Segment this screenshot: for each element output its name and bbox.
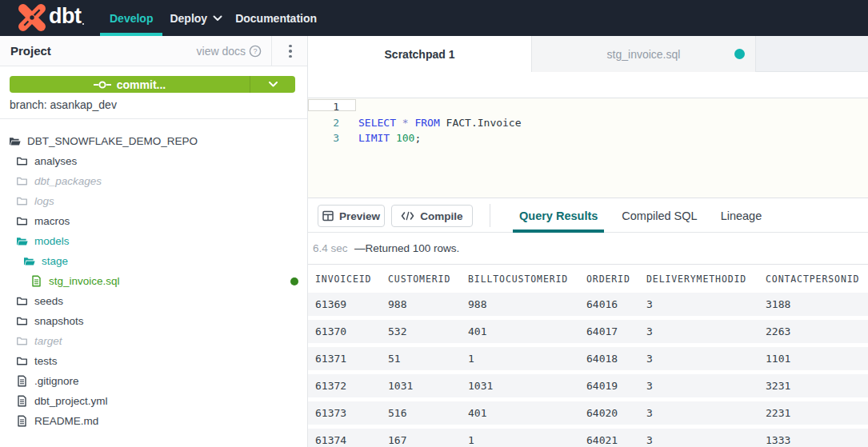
tree-item-tests[interactable]: tests [0, 351, 307, 371]
code-token-op: * [402, 117, 409, 129]
tree-item-target[interactable]: target [0, 331, 307, 351]
preview-button[interactable]: Preview [318, 205, 385, 227]
table-cell: 64019 [586, 380, 646, 392]
table-cell: 64020 [586, 407, 646, 419]
editor-top-strip [308, 72, 868, 98]
tree-item-label: stage [42, 255, 68, 267]
tree-item-dbt-packages[interactable]: dbt_packages [0, 171, 307, 191]
code-line-2[interactable]: 2SELECT * FROM FACT.Invoice [308, 115, 868, 131]
table-cell: 2231 [766, 407, 868, 419]
tree-item--gitignore[interactable]: .gitignore [0, 371, 307, 391]
code-line-1[interactable]: 1 [308, 99, 868, 115]
results-status-row: 6.4 sec —Returned 100 rows. [308, 233, 868, 265]
editor-tab-label: Scratchpad 1 [385, 48, 455, 61]
results-table: INVOICEIDCUSTOMERIDBILLTOCUSTOMERIDORDER… [308, 265, 868, 447]
table-cell: 3188 [766, 298, 868, 310]
nav-item-deploy[interactable]: Deploy [170, 0, 222, 36]
column-header-orderid[interactable]: ORDERID [586, 273, 646, 285]
sidebar-menu-button[interactable] [283, 42, 298, 61]
sidebar-header: Project view docs ? [0, 36, 307, 66]
table-cell: 1031 [388, 380, 468, 392]
folder-icon [15, 175, 28, 188]
folder-icon [15, 295, 28, 308]
branch-label: branch: asankap_dev [10, 98, 117, 111]
column-header-invoiceid[interactable]: INVOICEID [315, 273, 388, 285]
editor-tab-stg-invoice-sql[interactable]: stg_invoice.sql [532, 36, 756, 72]
line-number: 2 [308, 115, 339, 131]
results-table-header: INVOICEIDCUSTOMERIDBILLTOCUSTOMERIDORDER… [308, 265, 868, 293]
commit-dropdown-button[interactable] [250, 76, 295, 93]
tree-item-readme-md[interactable]: README.md [0, 411, 307, 431]
toolbar-divider [490, 204, 490, 227]
preview-button-label: Preview [339, 210, 380, 222]
table-cell: 401 [468, 407, 586, 419]
commit-button-main[interactable]: commit... [10, 76, 250, 93]
table-row[interactable]: 613735164016402032231 [308, 401, 868, 425]
commit-button[interactable]: commit... [10, 76, 295, 93]
code-token-plain: FACT.Invoice [440, 117, 522, 129]
folder-icon [16, 356, 28, 366]
table-row[interactable]: 613699889886401633188 [308, 293, 868, 316]
folder-icon [15, 195, 28, 208]
code-token-kw: FROM [414, 117, 439, 129]
table-row[interactable]: 613705324016401732263 [308, 320, 868, 343]
chevron-down-icon [269, 82, 278, 87]
table-row[interactable]: 613715116401831101 [308, 347, 868, 370]
folder-open-icon [22, 255, 35, 268]
table-cell: 3 [646, 325, 766, 337]
tree-item-models[interactable]: models [0, 231, 307, 251]
table-cell: 516 [388, 407, 468, 419]
tree-item-dbt-snowflake-demo-repo[interactable]: DBT_SNOWFLAKE_DEMO_REPO [0, 131, 307, 151]
tree-item-logs[interactable]: logs [0, 191, 307, 211]
tree-item-stg-invoice-sql[interactable]: stg_invoice.sql [0, 271, 307, 291]
folder-open-icon [9, 136, 21, 146]
editor-pane: Scratchpad 1stg_invoice.sql 12SELECT * F… [308, 36, 868, 447]
tree-item-stage[interactable]: stage [0, 251, 307, 271]
tree-item-macros[interactable]: macros [0, 211, 307, 231]
table-cell: 167 [388, 434, 468, 446]
tree-item-seeds[interactable]: seeds [0, 291, 307, 311]
view-docs-link[interactable]: view docs ? [197, 45, 262, 58]
view-docs-label: view docs [197, 45, 246, 58]
nav-item-documentation[interactable]: Documentation [235, 0, 317, 36]
line-number: 1 [308, 99, 339, 115]
code-editor[interactable]: 12SELECT * FROM FACT.Invoice3LIMIT 100; [308, 98, 868, 198]
results-tab-label: Compiled SQL [622, 210, 697, 222]
table-cell: 401 [468, 325, 586, 337]
column-header-customerid[interactable]: CUSTOMERID [388, 273, 468, 285]
dbt-wordmark: dbt [49, 4, 81, 29]
table-cell: 3231 [766, 380, 868, 392]
dbt-logo[interactable]: dbt [18, 3, 84, 32]
column-header-deliverymethodid[interactable]: DELIVERYMETHODID [646, 273, 766, 285]
commit-button-label: commit... [117, 78, 166, 91]
tree-item-analyses[interactable]: analyses [0, 151, 307, 171]
code-line-3[interactable]: 3LIMIT 100; [308, 130, 868, 146]
results-tab-label: Query Results [519, 210, 598, 222]
file-tree: DBT_SNOWFLAKE_DEMO_REPOanalysesdbt_packa… [0, 131, 307, 431]
results-tab-compiled-sql[interactable]: Compiled SQL [615, 198, 703, 233]
folder-open-icon [15, 235, 28, 248]
svg-text:?: ? [253, 47, 257, 55]
column-header-billtocustomerid[interactable]: BILLTOCUSTOMERID [468, 273, 586, 285]
tree-item-label: dbt_project.yml [34, 395, 108, 407]
results-tab-query-results[interactable]: Query Results [513, 198, 604, 233]
nav-item-develop[interactable]: Develop [110, 0, 153, 36]
table-row[interactable]: 61372103110316401933231 [308, 374, 868, 397]
table-cell: 1031 [468, 380, 586, 392]
table-row[interactable]: 6137416716402131333 [308, 429, 868, 447]
line-number: 3 [308, 130, 339, 146]
column-header-contactpersonid[interactable]: CONTACTPERSONID [766, 273, 868, 285]
query-time: 6.4 sec [313, 242, 348, 254]
results-tabs: Query ResultsCompiled SQLLineage [513, 198, 768, 233]
unsaved-changes-dot [734, 49, 745, 59]
compile-button[interactable]: Compile [391, 205, 473, 227]
table-cell: 61371 [315, 353, 388, 365]
table-cell: 61370 [315, 325, 388, 337]
editor-tab-scratchpad-1[interactable]: Scratchpad 1 [308, 36, 532, 73]
folder-open-icon [16, 236, 28, 246]
results-tab-lineage[interactable]: Lineage [714, 198, 769, 233]
tree-item-dbt-project-yml[interactable]: dbt_project.yml [0, 391, 307, 411]
tree-item-snapshots[interactable]: snapshots [0, 311, 307, 331]
sidebar-divider [0, 118, 307, 119]
table-cell: 1 [468, 434, 586, 446]
